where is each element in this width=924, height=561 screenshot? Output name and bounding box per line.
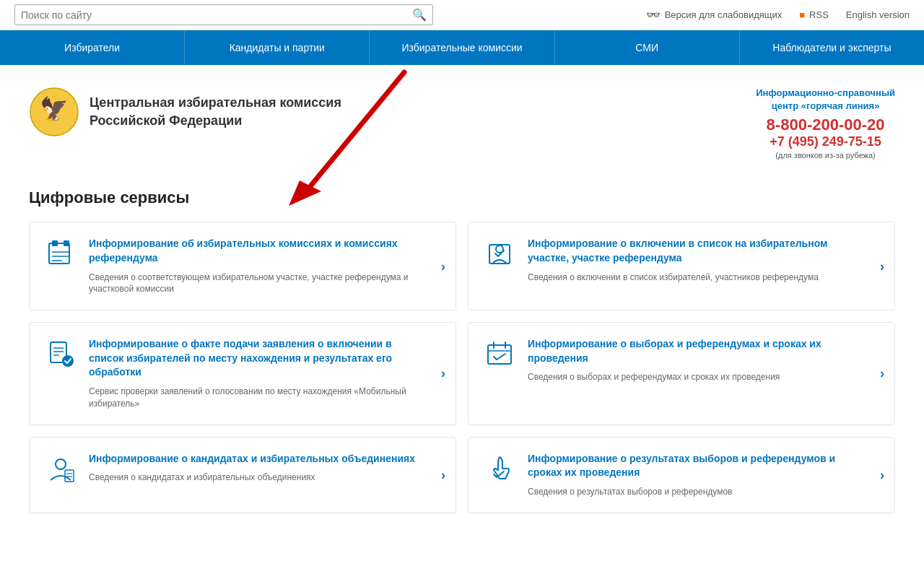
card-1[interactable]: Информирование об избирательных комиссия… [29, 222, 456, 310]
search-input[interactable] [21, 9, 412, 21]
vision-label: Версия для слабовидящих [665, 9, 783, 20]
emblem-icon: 🦅 [29, 87, 79, 137]
card-1-arrow: › [441, 258, 445, 274]
card-3-arrow: › [441, 366, 445, 381]
card-4-body: Информирование о выборах и референдумах … [528, 337, 866, 383]
card-6-desc: Сведения о результатах выборов и референ… [528, 486, 866, 498]
card-3[interactable]: Информирование о факте подачи заявления … [29, 322, 456, 425]
vision-icon: 👓 [646, 8, 661, 22]
card-4-desc: Сведения о выборах и референдумах и срок… [528, 371, 866, 383]
nav-candidates[interactable]: Кандидаты и партии [185, 30, 370, 65]
svg-point-22 [56, 459, 66, 469]
svg-rect-18 [488, 345, 511, 364]
card-1-body: Информирование об избирательных комиссия… [89, 237, 427, 295]
card-2-icon [483, 237, 516, 270]
card-6-title: Информирование о результатах выборов и р… [528, 452, 866, 480]
hotline-note: (для звонков из-за рубежа) [756, 151, 895, 160]
rss-icon: ■ [799, 9, 805, 20]
services-title: Цифровые сервисы [29, 188, 895, 207]
card-5[interactable]: Информирование о кандидатах и избиратель… [29, 437, 456, 513]
card-6[interactable]: Информирование о результатах выборов и р… [468, 437, 895, 513]
card-4[interactable]: Информирование о выборах и референдумах … [468, 322, 895, 425]
logo-area: 🦅 Центральная избирательная комиссия Рос… [29, 87, 341, 137]
card-3-body: Информирование о факте подачи заявления … [89, 337, 427, 409]
card-4-icon [483, 337, 516, 370]
card-5-icon [44, 452, 77, 485]
header-section: 🦅 Центральная избирательная комиссия Рос… [29, 79, 895, 167]
card-6-body: Информирование о результатах выборов и р… [528, 452, 866, 498]
search-wrap: 🔍 [14, 4, 433, 25]
card-5-body: Информирование о кандидатах и избиратель… [89, 452, 427, 484]
card-1-desc: Сведения о соответствующем избирательном… [89, 271, 427, 296]
card-6-arrow: › [880, 467, 884, 482]
nav-media[interactable]: СМИ [555, 30, 740, 65]
card-1-title: Информирование об избирательных комиссия… [89, 237, 427, 265]
card-5-title: Информирование о кандидатах и избиратель… [89, 452, 427, 466]
rss-link[interactable]: ■ RSS [799, 9, 829, 20]
card-3-icon [44, 337, 77, 370]
card-5-desc: Сведения о кандидатах и избирательных об… [89, 471, 427, 484]
card-4-title: Информирование о выборах и референдумах … [528, 337, 866, 365]
org-name: Центральная избирательная комиссия Росси… [90, 94, 341, 130]
card-2[interactable]: Информирование о включении в список на и… [468, 222, 895, 310]
card-2-desc: Сведения о включении в список избирателе… [528, 271, 866, 284]
card-3-title: Информирование о факте подачи заявления … [89, 337, 427, 380]
rss-label: RSS [809, 9, 829, 20]
svg-point-17 [62, 355, 74, 367]
svg-text:🦅: 🦅 [40, 95, 69, 123]
nav-voters[interactable]: Избиратели [0, 30, 185, 65]
nav-observers[interactable]: Наблюдатели и эксперты [740, 30, 924, 65]
card-4-arrow: › [880, 366, 884, 381]
nav-commissions[interactable]: Избирательные комиссии [370, 30, 554, 65]
top-bar: 🔍 👓 Версия для слабовидящих ■ RSS Englis… [0, 0, 924, 30]
hotline-main-number: 8-800-200-00-20 [756, 116, 895, 134]
cards-grid: Информирование об избирательных комиссия… [29, 222, 895, 513]
card-6-icon [483, 452, 516, 485]
main-content: 🦅 Центральная избирательная комиссия Рос… [14, 65, 910, 528]
english-link[interactable]: English version [846, 9, 910, 20]
card-5-arrow: › [441, 467, 445, 482]
card-2-title: Информирование о включении в список на и… [528, 237, 866, 265]
english-label: English version [846, 9, 910, 20]
card-1-icon [44, 237, 77, 270]
card-2-arrow: › [880, 258, 884, 274]
hotline-alt-number: +7 (495) 249-75-15 [756, 134, 895, 149]
svg-rect-6 [52, 240, 58, 246]
nav-bar: Избиратели Кандидаты и партии Избиратель… [0, 30, 924, 65]
svg-rect-7 [64, 240, 69, 246]
hotline-area: Информационно-справочный центр «горячая … [756, 87, 895, 160]
search-button[interactable]: 🔍 [412, 8, 427, 22]
vision-link[interactable]: 👓 Версия для слабовидящих [646, 8, 783, 22]
top-bar-right: 👓 Версия для слабовидящих ■ RSS English … [646, 8, 910, 22]
card-3-desc: Сервис проверки заявлений о голосовании … [89, 386, 427, 410]
card-2-body: Информирование о включении в список на и… [528, 237, 866, 283]
